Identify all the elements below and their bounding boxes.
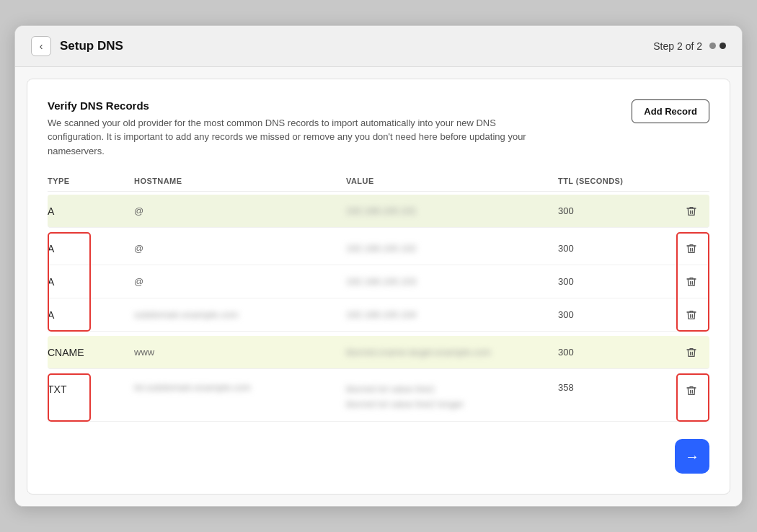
table-row: A @ 192.168.100.102 300 xyxy=(48,232,709,265)
step-dot-2 xyxy=(720,43,726,49)
col-header-value: VALUE xyxy=(346,177,558,185)
trash-icon xyxy=(686,276,697,288)
row-type: A xyxy=(48,276,134,288)
step-dots xyxy=(709,43,726,49)
row-hostname: www xyxy=(134,347,346,358)
table-row: A subdomain.example.com 192.168.100.104 … xyxy=(48,298,709,332)
trash-icon xyxy=(686,243,697,254)
card-description: We scanned your old provider for the mos… xyxy=(48,116,538,159)
row-action xyxy=(673,240,709,257)
delete-button[interactable] xyxy=(683,306,700,324)
card-header: Verify DNS Records We scanned your old p… xyxy=(48,99,709,159)
next-button[interactable]: → xyxy=(675,439,709,474)
row-ttl: 300 xyxy=(558,243,673,254)
titlebar-left: ‹ Setup DNS xyxy=(31,36,123,56)
row-action xyxy=(673,344,709,361)
card-header-text: Verify DNS Records We scanned your old p… xyxy=(48,99,617,159)
col-header-action xyxy=(673,177,709,185)
footer-row: → xyxy=(48,426,709,474)
step-label: Step 2 of 2 xyxy=(653,40,702,52)
delete-button[interactable] xyxy=(683,344,700,361)
col-header-ttl: TTL (SECONDS) xyxy=(558,177,673,185)
row-ttl: 300 xyxy=(558,205,673,216)
add-record-button[interactable]: Add Record xyxy=(632,99,709,123)
col-header-type: TYPE xyxy=(48,177,134,185)
delete-button[interactable] xyxy=(683,203,700,220)
delete-button[interactable] xyxy=(683,382,700,399)
table-row: TXT txt.subdomain.example.com blurred tx… xyxy=(48,373,709,422)
delete-button[interactable] xyxy=(683,240,700,257)
row-type: A xyxy=(48,309,134,321)
row-value: blurred txt value line1blurred txt value… xyxy=(346,382,558,412)
row-action xyxy=(673,306,709,324)
row-value: 192.168.100.101 xyxy=(346,205,558,216)
row-type: A xyxy=(48,243,134,254)
row-value: 192.168.100.103 xyxy=(346,276,558,287)
page-title: Setup DNS xyxy=(60,39,123,53)
trash-icon xyxy=(686,347,697,358)
row-action xyxy=(673,273,709,291)
back-button[interactable]: ‹ xyxy=(31,36,51,56)
row-ttl: 300 xyxy=(558,276,673,287)
trash-icon xyxy=(686,309,697,321)
row-value: 192.168.100.104 xyxy=(346,309,558,320)
row-hostname: @ xyxy=(134,205,346,216)
row-action xyxy=(673,203,709,220)
titlebar-right: Step 2 of 2 xyxy=(653,40,726,52)
card-title: Verify DNS Records xyxy=(48,99,617,112)
row-hostname: @ xyxy=(134,243,346,254)
row-ttl: 300 xyxy=(558,309,673,320)
row-value: blurred.cname.target.example.com xyxy=(346,347,558,358)
row-hostname: @ xyxy=(134,276,346,287)
table-header: TYPE HOSTNAME VALUE TTL (SECONDS) xyxy=(48,172,709,192)
grouped-rows-wrapper: A @ 192.168.100.102 300 xyxy=(48,232,709,332)
next-arrow-icon: → xyxy=(685,448,699,465)
dns-table: TYPE HOSTNAME VALUE TTL (SECONDS) A @ 19… xyxy=(48,172,709,422)
back-icon: ‹ xyxy=(40,40,43,52)
col-header-hostname: HOSTNAME xyxy=(134,177,346,185)
row-action xyxy=(673,382,709,399)
txt-row-wrapper: TXT txt.subdomain.example.com blurred tx… xyxy=(48,373,709,422)
row-ttl: 300 xyxy=(558,347,673,358)
row-hostname: subdomain.example.com xyxy=(134,309,346,320)
table-row: A @ 192.168.100.103 300 xyxy=(48,265,709,298)
row-hostname: txt.subdomain.example.com xyxy=(134,382,346,393)
step-dot-1 xyxy=(709,43,716,49)
content-area: Verify DNS Records We scanned your old p… xyxy=(15,67,742,506)
trash-icon xyxy=(686,385,697,396)
main-window: ‹ Setup DNS Step 2 of 2 Verify DNS Recor… xyxy=(14,25,743,507)
row-type: CNAME xyxy=(48,347,134,358)
row-type: TXT xyxy=(48,382,134,395)
row-ttl: 358 xyxy=(558,382,673,393)
table-row: A @ 192.168.100.101 300 xyxy=(48,195,709,228)
main-card: Verify DNS Records We scanned your old p… xyxy=(27,79,730,495)
trash-icon xyxy=(686,205,697,217)
delete-button[interactable] xyxy=(683,273,700,291)
titlebar: ‹ Setup DNS Step 2 of 2 xyxy=(15,26,742,67)
row-value: 192.168.100.102 xyxy=(346,243,558,254)
table-row: CNAME www blurred.cname.target.example.c… xyxy=(48,336,709,369)
row-type: A xyxy=(48,205,134,217)
